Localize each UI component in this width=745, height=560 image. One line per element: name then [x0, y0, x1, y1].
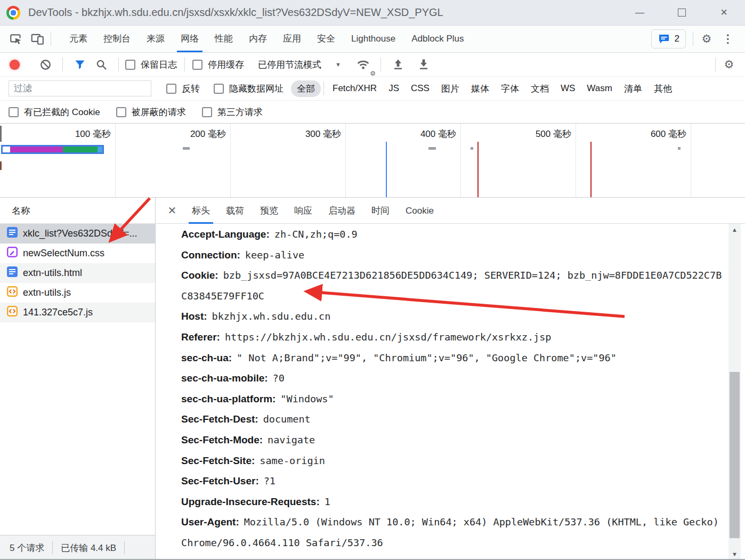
tab-performance[interactable]: 性能	[207, 26, 241, 52]
filter-chip-all[interactable]: 全部	[291, 80, 321, 97]
transferred-size: 已传输 4.4 kB	[61, 542, 116, 554]
waterfall-segment	[10, 147, 63, 152]
window-title: DevTools - bkzhjx.wh.sdu.edu.cn/jsxsd/xs…	[28, 6, 443, 19]
filter-chip-css[interactable]: CSS	[405, 81, 435, 96]
filter-input[interactable]	[9, 80, 151, 96]
small-request-bar	[471, 147, 473, 150]
name-column-header[interactable]: 名称	[0, 198, 155, 224]
filter-chip-media[interactable]: 媒体	[465, 80, 495, 97]
gear-icon: ⚙	[724, 58, 734, 71]
request-row-newselectnum-css[interactable]: newSelectNum.css	[0, 244, 155, 263]
header-line-sec-fetch-site: Sec-Fetch-Site:same-origin	[181, 451, 724, 472]
invert-filter-checkbox[interactable]	[166, 84, 176, 94]
request-row-141-327ce5c7-js[interactable]: 141.327ce5c7.js	[0, 303, 155, 322]
details-tab-preview[interactable]: 预览	[252, 198, 286, 224]
search-button[interactable]	[91, 54, 112, 75]
filter-chip-ws[interactable]: WS	[555, 81, 581, 96]
blocked-requests-checkbox[interactable]	[116, 107, 126, 117]
scroll-up-icon[interactable]: ▲	[728, 224, 741, 236]
throttling-dropdown[interactable]: 已停用节流模式 ▼	[258, 59, 341, 71]
inspect-element-button[interactable]	[5, 29, 27, 49]
tab-memory[interactable]: 内存	[241, 26, 275, 52]
clear-network-log-button[interactable]	[35, 54, 56, 75]
request-row-extn-utils-html[interactable]: extn-utils.html	[0, 263, 155, 283]
filter-chip-font[interactable]: 字体	[495, 80, 525, 97]
settings-button[interactable]: ⚙	[696, 28, 717, 50]
tab-network[interactable]: 网络	[173, 26, 207, 52]
filter-chip-img[interactable]: 图片	[435, 80, 465, 97]
tab-elements[interactable]: 元素	[61, 26, 95, 52]
tab-adblock-plus[interactable]: Adblock Plus	[403, 26, 472, 52]
scrollbar-thumb[interactable]	[730, 372, 740, 538]
filter-chip-manifest[interactable]: 清单	[618, 80, 648, 97]
header-name: Sec-Fetch-Site:	[181, 455, 255, 466]
document-file-icon	[7, 266, 18, 280]
tab-lighthouse[interactable]: Lighthouse	[343, 26, 403, 52]
details-tab-cookies[interactable]: Cookie	[398, 198, 442, 224]
disable-cache-checkbox[interactable]	[192, 60, 203, 70]
header-name: Cookie:	[181, 270, 218, 281]
scroll-down-icon[interactable]: ▼	[728, 548, 741, 560]
waterfall-segment	[98, 147, 102, 152]
close-details-button[interactable]: ✕	[164, 198, 181, 224]
resource-type-filters: 全部Fetch/XHRJSCSS图片媒体字体文档WSWasm清单其他	[291, 80, 678, 97]
network-overview-timeline[interactable]: 100 毫秒200 毫秒300 毫秒400 毫秒500 毫秒600 毫秒	[0, 124, 745, 198]
more-options-button[interactable]: ⋮	[717, 28, 739, 50]
timeline-gridline	[115, 124, 116, 197]
selected-request-waterfall-bar[interactable]	[1, 145, 104, 154]
header-line-user-agent: User-Agent:Mozilla/5.0 (Windows NT 10.0;…	[181, 512, 724, 553]
details-tab-response[interactable]: 响应	[286, 198, 320, 224]
hide-data-urls-checkbox[interactable]	[214, 84, 224, 94]
waterfall-segment	[63, 147, 98, 152]
minimize-button[interactable]: —	[619, 0, 661, 26]
header-name: Referer:	[181, 331, 220, 343]
timeline-gridline	[230, 124, 231, 197]
close-icon: ✕	[168, 204, 177, 217]
header-value: navigate	[268, 434, 315, 445]
request-row-xklc-list[interactable]: xklc_list?Ves632DSdyV=...	[0, 224, 155, 244]
preserve-log-checkbox[interactable]	[125, 60, 135, 70]
device-toolbar-icon	[30, 32, 44, 46]
network-conditions-button[interactable]: ⚙	[353, 54, 374, 75]
close-button[interactable]: ✕	[703, 0, 745, 26]
export-har-button[interactable]	[413, 54, 434, 75]
details-tab-headers[interactable]: 标头	[184, 198, 218, 224]
third-party-requests-checkbox[interactable]	[202, 107, 212, 117]
vertical-scrollbar[interactable]: ▲ ▼	[728, 224, 741, 560]
header-line-sec-fetch-dest: Sec-Fetch-Dest:document	[181, 409, 724, 430]
header-value: https://bkzhjx.wh.sdu.edu.cn/jsxsd/frame…	[225, 331, 552, 343]
header-name: Connection:	[181, 249, 240, 261]
maximize-button[interactable]	[661, 0, 703, 26]
small-request-bar	[678, 147, 681, 150]
timeline-event-line	[477, 142, 479, 197]
inspect-cursor-icon	[9, 32, 23, 46]
record-network-log-button[interactable]	[10, 60, 20, 70]
details-tab-payload[interactable]: 载荷	[218, 198, 252, 224]
filter-chip-wasm[interactable]: Wasm	[581, 81, 618, 96]
filter-chip-fetch-xhr[interactable]: Fetch/XHR	[327, 81, 383, 96]
device-toolbar-button[interactable]	[27, 29, 48, 49]
request-row-extn-utils-js[interactable]: extn-utils.js	[0, 283, 155, 303]
filter-chip-doc[interactable]: 文档	[525, 80, 555, 97]
hide-data-urls-label: 隐藏数据网址	[229, 83, 284, 95]
issues-counter-button[interactable]: 2	[651, 29, 686, 48]
tab-console[interactable]: 控制台	[95, 26, 139, 52]
network-settings-button[interactable]: ⚙	[718, 54, 740, 75]
tab-application[interactable]: 应用	[275, 26, 309, 52]
header-value: document	[263, 413, 311, 425]
filter-chip-js[interactable]: JS	[383, 81, 405, 96]
header-name: Sec-Fetch-User:	[181, 475, 259, 486]
filter-chip-other[interactable]: 其他	[648, 80, 678, 97]
details-tab-timing[interactable]: 时间	[363, 198, 398, 224]
header-value: 1	[325, 496, 330, 507]
tab-sources[interactable]: 来源	[139, 26, 173, 52]
blocked-cookies-checkbox[interactable]	[9, 107, 19, 117]
request-headers-content[interactable]: Accept-Language:zh-CN,zh;q=0.9Connection…	[156, 224, 745, 560]
request-list: xklc_list?Ves632DSdyV=...newSelectNum.cs…	[0, 224, 155, 322]
header-line-sec-ch-ua-platform: sec-ch-ua-platform:"Windows"	[181, 389, 724, 410]
import-har-button[interactable]	[387, 54, 409, 75]
details-tab-initiator[interactable]: 启动器	[320, 198, 363, 224]
header-name: sec-ch-ua-mobile:	[181, 372, 268, 384]
tab-security[interactable]: 安全	[309, 26, 343, 52]
filter-toggle-button[interactable]	[69, 54, 91, 75]
